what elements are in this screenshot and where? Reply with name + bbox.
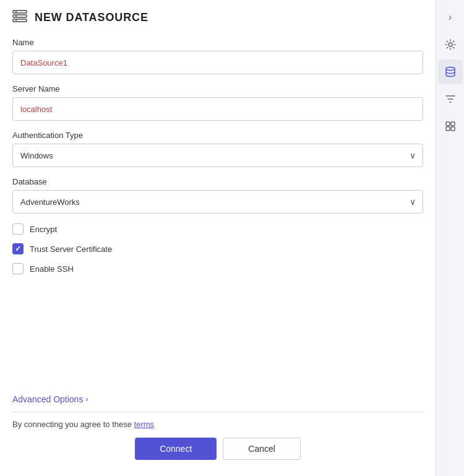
config-icon [444,120,457,132]
name-label: Name [12,38,423,47]
trust-cert-checkbox[interactable] [12,243,24,254]
divider [12,412,423,412]
database-select[interactable]: AdventureWorks master tempdb model [12,190,423,214]
database-select-wrapper: AdventureWorks master tempdb model ∨ [12,190,423,214]
sidebar-item-config[interactable] [438,114,463,139]
svg-rect-11 [451,127,455,131]
sidebar-item-settings[interactable] [438,32,463,57]
enable-ssh-label: Enable SSH [30,264,74,274]
auth-select[interactable]: Windows SQL Server Azure AD [12,144,423,167]
spacer [12,283,423,394]
filter-icon [444,93,457,105]
server-input[interactable] [12,97,423,121]
encrypt-label: Encrypt [30,225,57,234]
connect-button[interactable]: Connect [135,438,217,460]
svg-rect-10 [446,127,450,131]
database-label: Database [12,177,423,186]
encrypt-checkbox[interactable] [12,223,24,235]
name-input[interactable] [12,51,423,74]
svg-rect-1 [13,15,27,17]
form-container: NEW DATASOURCE Name Server Name Authenti… [0,0,436,476]
advanced-options-label: Advanced Options [12,394,83,404]
settings-icon [444,38,457,51]
main-panel: NEW DATASOURCE Name Server Name Authenti… [0,0,436,476]
terms-text: By connecting you agree to these terms [12,420,423,429]
encrypt-group: Encrypt [12,223,423,235]
app-container: NEW DATASOURCE Name Server Name Authenti… [0,0,464,476]
svg-rect-8 [446,122,450,126]
datasource-icon [12,10,27,25]
svg-point-6 [449,43,452,46]
footer-buttons: Connect Cancel [12,438,423,466]
auth-group: Authentication Type Windows SQL Server A… [12,131,423,167]
database-icon [444,66,457,78]
svg-rect-2 [13,19,27,22]
svg-rect-0 [13,11,27,13]
page-header: NEW DATASOURCE [12,10,423,25]
advanced-options-link[interactable]: Advanced Options › [12,394,423,404]
server-label: Server Name [12,84,423,93]
auth-label: Authentication Type [12,131,423,140]
trust-cert-group: Trust Server Certificate [12,243,423,254]
sidebar-item-filter[interactable] [438,87,463,111]
page-title: NEW DATASOURCE [35,11,148,24]
advanced-chevron-icon: › [85,395,88,404]
name-group: Name [12,38,423,74]
auth-select-wrapper: Windows SQL Server Azure AD ∨ [12,144,423,167]
terms-prefix: By connecting you agree to these [12,420,132,429]
cancel-button[interactable]: Cancel [223,438,301,460]
svg-point-7 [446,67,455,71]
enable-ssh-checkbox[interactable] [12,263,24,274]
svg-rect-9 [451,122,455,126]
enable-ssh-group: Enable SSH [12,263,423,274]
sidebar-item-database[interactable] [438,59,463,84]
server-group: Server Name [12,84,423,121]
database-group: Database AdventureWorks master tempdb mo… [12,177,423,214]
sidebar-item-chevron[interactable]: › [438,5,463,30]
sidebar: › [436,0,464,476]
terms-link[interactable]: terms [134,420,155,429]
chevron-right-icon: › [449,12,452,23]
trust-cert-label: Trust Server Certificate [30,244,112,254]
